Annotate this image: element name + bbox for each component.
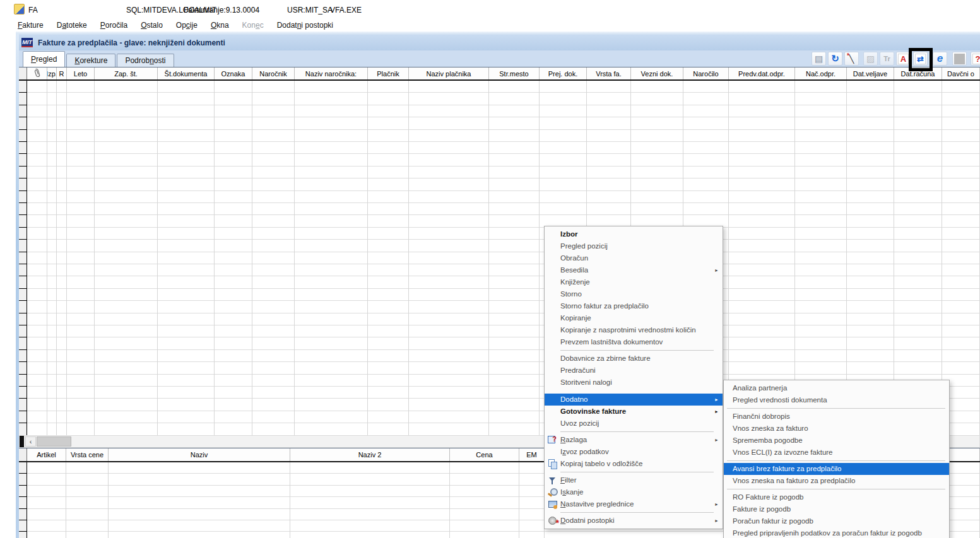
blank-button[interactable] [952, 52, 967, 66]
column-header[interactable]: Artikel [27, 448, 66, 461]
menubar-item[interactable]: Datoteke [57, 21, 87, 30]
tab-korekture[interactable]: Korekture [66, 54, 115, 67]
column-header[interactable]: Str.mesto [489, 67, 540, 79]
context-menu-item[interactable]: Vnos ECL(I) za izvozne fakture [724, 447, 949, 459]
row-selector-header[interactable] [19, 448, 27, 461]
tab-strip: PregledKorekturePodrobnosti [23, 51, 175, 67]
menu-separator [545, 348, 723, 353]
column-header[interactable]: Št.dokumenta [158, 67, 215, 79]
column-header[interactable]: Izp. [47, 67, 57, 79]
column-header[interactable]: Predv.dat.odpr. [729, 67, 795, 79]
context-menu-item[interactable]: Razlaga► [545, 434, 723, 446]
context-menu-item[interactable]: Kopiranje [545, 312, 723, 324]
column-header-attachment[interactable] [27, 67, 47, 79]
context-menu-item[interactable]: Kopiranje z nasprotnimi vrednostmi količ… [545, 324, 723, 336]
context-menu-item[interactable]: Sprememba pogodbe [724, 435, 949, 447]
refresh-button[interactable] [828, 52, 842, 66]
context-submenu: Analiza partnerjaPregled vrednosti dokum… [723, 380, 950, 538]
context-menu-item[interactable]: Storno [545, 288, 723, 300]
column-header[interactable]: Naročnik [252, 67, 295, 79]
ie-button[interactable] [933, 52, 947, 66]
context-menu-item[interactable]: Dodatni postopki► [545, 515, 723, 527]
scroll-left-arrow-icon[interactable] [25, 436, 36, 447]
column-header[interactable]: Naziv 2 [290, 448, 450, 461]
column-header[interactable]: Nač.odpr. [795, 67, 847, 79]
column-header[interactable]: Leto [67, 67, 95, 79]
wand-button[interactable] [844, 52, 859, 66]
column-header[interactable]: Dat.veljave [847, 67, 894, 79]
context-menu-item[interactable]: Gotovinske fakture► [545, 406, 723, 418]
menu-item-label: Sprememba pogodbe [733, 436, 803, 444]
menubar-item[interactable]: Dodatni postopki [277, 21, 333, 30]
context-menu-item[interactable]: Izbor [545, 228, 723, 240]
context-menu-item[interactable]: Finančni dobropis [724, 411, 949, 423]
column-header[interactable]: EM [519, 448, 545, 461]
splitter-grip[interactable] [20, 436, 24, 447]
context-menu-item[interactable]: Iskanje [545, 486, 723, 498]
column-header[interactable]: R [57, 67, 67, 79]
context-menu-item[interactable]: Analiza partnerja [724, 382, 949, 394]
context-menu-item[interactable]: Besedila► [545, 264, 723, 276]
context-menu-item[interactable]: Poračun faktur iz pogodb [724, 515, 949, 527]
context-menu-item[interactable]: Filter [545, 474, 723, 486]
context-menu-item-selected[interactable]: Dodatno► [545, 394, 723, 406]
context-menu-item[interactable]: Storno faktur za predplačilo [545, 300, 723, 312]
menubar-item[interactable]: Opcije [176, 21, 198, 30]
context-menu-item[interactable]: Dobavnice za zbirne fakture [545, 353, 723, 365]
grid-column-line [367, 81, 368, 435]
grid-column-line [408, 81, 409, 435]
column-header[interactable]: Naziv naročnika: [295, 67, 368, 79]
menubar-item[interactable]: Okna [211, 21, 229, 30]
context-menu-item[interactable]: Predračuni [545, 365, 723, 377]
column-header[interactable]: Naročilo [683, 67, 729, 79]
scrollbar-thumb[interactable] [37, 436, 71, 447]
column-header[interactable]: Plačnik [368, 67, 409, 79]
column-header[interactable]: Davčni o [942, 67, 980, 79]
context-menu-item[interactable]: Pregled pripravljenih podatkov za poraču… [724, 527, 949, 538]
menubar-item[interactable]: Fakture [18, 21, 44, 30]
menu-item-label: Pregled pripravljenih podatkov za poraču… [733, 529, 922, 537]
transfer-button[interactable] [913, 52, 928, 66]
context-menu-item[interactable]: Kopiraj tabelo v odložišče [545, 458, 723, 470]
context-menu-item[interactable]: Obračun [545, 252, 723, 264]
column-header[interactable]: Naziv plačnika [409, 67, 489, 79]
context-menu-item[interactable]: Vnos zneska za fakturo [724, 423, 949, 435]
child-window-titlebar: MIT Fakture za predplačila - glave: nekn… [19, 35, 980, 50]
column-header[interactable]: Zap. št. [95, 67, 158, 79]
column-header[interactable]: Cena [450, 448, 519, 461]
report-button[interactable] [812, 52, 826, 66]
context-menu-item[interactable]: Storitveni nalogi [545, 377, 723, 389]
context-menu-item[interactable]: Pregled vrednosti dokumenta [724, 394, 949, 406]
help-button[interactable] [971, 52, 980, 66]
context-menu-item[interactable]: Uvoz pozicij [545, 418, 723, 430]
menubar-item[interactable]: Ostalo [141, 21, 163, 30]
row-selector-column[interactable] [19, 462, 27, 538]
column-header[interactable]: Oznaka [215, 67, 252, 79]
context-menu-item[interactable]: Knjiženje [545, 276, 723, 288]
column-header[interactable]: Vrsta cene [66, 448, 109, 461]
context-menu-item[interactable]: Prevzem lastništva dokumentov [545, 336, 723, 348]
menubar-item[interactable]: Poročila [100, 21, 127, 30]
context-menu-item[interactable]: Vnos zneska na fakturo za predplačilo [724, 475, 949, 487]
column-header[interactable]: Naziv [109, 448, 290, 461]
column-header[interactable]: Vezni dok. [631, 67, 683, 79]
context-menu-item[interactable]: Pregled pozicij [545, 240, 723, 252]
column-header[interactable]: Prej. dok. [540, 67, 587, 79]
context-menu-item[interactable]: Nastavitve preglednice► [545, 498, 723, 510]
menu-item-label: Iskanje [560, 488, 583, 496]
sign-doc-button[interactable] [863, 52, 878, 66]
context-menu-item[interactable]: Fakture iz pogodb [724, 503, 949, 515]
menubar-item[interactable]: Konec [242, 21, 264, 30]
context-menu-item-selected[interactable]: Avansi brez fakture za predplačilo [724, 463, 949, 475]
font-button[interactable] [880, 52, 894, 66]
tab-podrobnosti[interactable]: Podrobnosti [117, 54, 174, 67]
context-menu-item[interactable]: RO Fakture iz pogodb [724, 491, 949, 503]
menu-separator [545, 430, 723, 434]
column-header[interactable]: Vrsta fa. [587, 67, 631, 79]
row-selector-header[interactable] [19, 67, 27, 79]
menu-item-label: Dobavnice za zbirne fakture [560, 354, 651, 362]
context-menu-item[interactable]: Izvoz podatkov [545, 446, 723, 458]
tab-pregled[interactable]: Pregled [23, 51, 65, 67]
menu-separator [545, 510, 723, 515]
row-selector-column[interactable] [19, 81, 27, 435]
